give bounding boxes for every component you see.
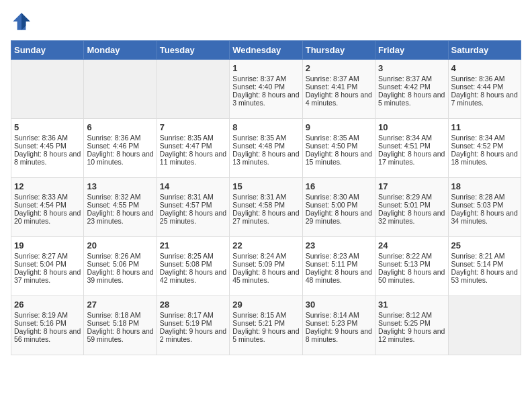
day-info: Daylight: 8 hours and 4 minutes. (306, 91, 372, 107)
day-number: 17 (378, 181, 445, 191)
day-info: Sunrise: 8:31 AM (160, 193, 226, 201)
day-info: Sunrise: 8:35 AM (232, 134, 299, 142)
day-info: Daylight: 8 hours and 53 minutes. (451, 268, 518, 284)
calendar-table: SundayMondayTuesdayWednesdayThursdayFrid… (11, 40, 521, 355)
day-info: Sunset: 4:41 PM (306, 83, 372, 91)
day-info: Sunrise: 8:12 AM (378, 311, 445, 319)
day-info: Sunset: 5:21 PM (232, 319, 299, 327)
day-info: Sunrise: 8:14 AM (306, 311, 372, 319)
day-cell-26: 26Sunrise: 8:19 AMSunset: 5:16 PMDayligh… (11, 296, 84, 355)
day-info: Sunrise: 8:36 AM (87, 134, 153, 142)
header-friday: Friday (375, 41, 448, 60)
day-info: Daylight: 8 hours and 59 minutes. (87, 327, 153, 343)
day-info: Sunrise: 8:27 AM (14, 252, 81, 260)
week-row-4: 19Sunrise: 8:27 AMSunset: 5:04 PMDayligh… (11, 237, 521, 296)
day-cell-19: 19Sunrise: 8:27 AMSunset: 5:04 PMDayligh… (11, 237, 84, 296)
day-number: 29 (232, 300, 299, 310)
day-info: Sunrise: 8:36 AM (14, 134, 81, 142)
day-info: Daylight: 8 hours and 25 minutes. (160, 209, 226, 225)
day-number: 13 (87, 181, 153, 191)
day-cell-20: 20Sunrise: 8:26 AMSunset: 5:06 PMDayligh… (84, 237, 157, 296)
day-info: Sunrise: 8:29 AM (378, 193, 445, 201)
day-info: Sunset: 5:23 PM (306, 319, 372, 327)
logo-icon (11, 11, 32, 32)
day-info: Sunset: 4:45 PM (14, 142, 81, 150)
day-info: Sunset: 4:46 PM (87, 142, 153, 150)
empty-cell (84, 60, 157, 119)
day-cell-31: 31Sunrise: 8:12 AMSunset: 5:25 PMDayligh… (375, 296, 448, 355)
day-info: Sunrise: 8:28 AM (451, 193, 518, 201)
day-info: Daylight: 8 hours and 29 minutes. (306, 209, 372, 225)
day-info: Sunrise: 8:18 AM (87, 311, 153, 319)
day-info: Sunrise: 8:25 AM (160, 252, 226, 260)
day-info: Daylight: 8 hours and 17 minutes. (378, 150, 445, 166)
day-info: Sunrise: 8:31 AM (232, 193, 299, 201)
day-cell-2: 2Sunrise: 8:37 AMSunset: 4:41 PMDaylight… (302, 60, 375, 119)
week-row-2: 5Sunrise: 8:36 AMSunset: 4:45 PMDaylight… (11, 119, 521, 178)
day-info: Sunset: 4:42 PM (378, 83, 445, 91)
day-number: 8 (232, 122, 299, 132)
day-cell-9: 9Sunrise: 8:35 AMSunset: 4:50 PMDaylight… (302, 119, 375, 178)
day-info: Sunrise: 8:37 AM (378, 75, 445, 83)
day-number: 24 (378, 240, 445, 250)
day-cell-23: 23Sunrise: 8:23 AMSunset: 5:11 PMDayligh… (302, 237, 375, 296)
day-cell-4: 4Sunrise: 8:36 AMSunset: 4:44 PMDaylight… (448, 60, 521, 119)
logo (11, 11, 35, 32)
day-number: 10 (378, 122, 445, 132)
day-cell-6: 6Sunrise: 8:36 AMSunset: 4:46 PMDaylight… (84, 119, 157, 178)
day-info: Sunrise: 8:37 AM (306, 75, 372, 83)
day-number: 1 (232, 63, 299, 73)
week-row-5: 26Sunrise: 8:19 AMSunset: 5:16 PMDayligh… (11, 296, 521, 355)
header-monday: Monday (84, 41, 157, 60)
header-saturday: Saturday (448, 41, 521, 60)
day-info: Sunset: 4:58 PM (232, 201, 299, 209)
day-number: 6 (87, 122, 153, 132)
day-info: Sunset: 5:14 PM (451, 260, 518, 268)
day-info: Sunrise: 8:26 AM (87, 252, 153, 260)
day-cell-15: 15Sunrise: 8:31 AMSunset: 4:58 PMDayligh… (230, 178, 302, 237)
day-info: Sunset: 5:00 PM (306, 201, 372, 209)
header-tuesday: Tuesday (157, 41, 229, 60)
day-info: Daylight: 9 hours and 5 minutes. (232, 327, 299, 343)
day-info: Daylight: 8 hours and 39 minutes. (87, 268, 153, 284)
day-info: Sunset: 5:04 PM (14, 260, 81, 268)
day-number: 20 (87, 240, 153, 250)
day-info: Sunset: 4:57 PM (160, 201, 226, 209)
day-number: 30 (306, 300, 372, 310)
day-number: 26 (14, 300, 81, 310)
day-info: Sunset: 5:18 PM (87, 319, 153, 327)
day-info: Sunrise: 8:36 AM (451, 75, 518, 83)
day-info: Daylight: 9 hours and 8 minutes. (306, 327, 372, 343)
day-number: 19 (14, 240, 81, 250)
day-info: Sunrise: 8:32 AM (87, 193, 153, 201)
day-cell-10: 10Sunrise: 8:34 AMSunset: 4:51 PMDayligh… (375, 119, 448, 178)
day-cell-24: 24Sunrise: 8:22 AMSunset: 5:13 PMDayligh… (375, 237, 448, 296)
day-number: 2 (306, 63, 372, 73)
day-info: Sunset: 5:25 PM (378, 319, 445, 327)
day-info: Daylight: 8 hours and 10 minutes. (87, 150, 153, 166)
day-cell-21: 21Sunrise: 8:25 AMSunset: 5:08 PMDayligh… (157, 237, 229, 296)
day-cell-29: 29Sunrise: 8:15 AMSunset: 5:21 PMDayligh… (230, 296, 302, 355)
svg-marker-1 (21, 13, 30, 30)
day-info: Sunrise: 8:19 AM (14, 311, 81, 319)
day-info: Daylight: 8 hours and 20 minutes. (14, 209, 81, 225)
day-info: Sunset: 4:54 PM (14, 201, 81, 209)
day-info: Daylight: 8 hours and 11 minutes. (160, 150, 226, 166)
day-info: Daylight: 8 hours and 5 minutes. (378, 91, 445, 107)
day-info: Sunset: 4:40 PM (232, 83, 299, 91)
day-number: 4 (451, 63, 518, 73)
day-number: 23 (306, 240, 372, 250)
day-number: 11 (451, 122, 518, 132)
day-info: Sunset: 5:19 PM (160, 319, 226, 327)
day-info: Daylight: 8 hours and 45 minutes. (232, 268, 299, 284)
day-number: 7 (160, 122, 226, 132)
day-number: 16 (306, 181, 372, 191)
day-info: Daylight: 8 hours and 42 minutes. (160, 268, 226, 284)
day-info: Sunset: 5:01 PM (378, 201, 445, 209)
header-sunday: Sunday (11, 41, 84, 60)
day-info: Sunset: 4:47 PM (160, 142, 226, 150)
day-number: 21 (160, 240, 226, 250)
day-number: 22 (232, 240, 299, 250)
day-info: Daylight: 8 hours and 3 minutes. (232, 91, 299, 107)
day-info: Sunset: 4:55 PM (87, 201, 153, 209)
